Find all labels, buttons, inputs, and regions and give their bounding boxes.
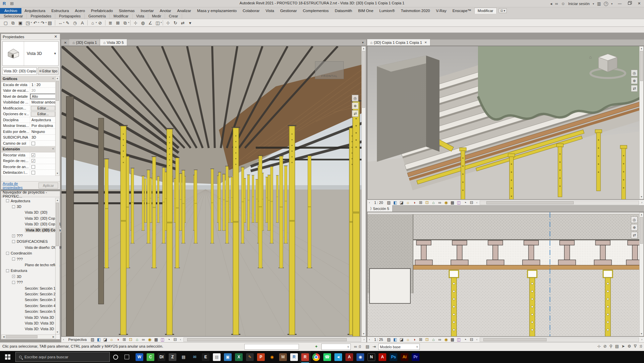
- worksets-icon[interactable]: ▤: [364, 344, 371, 350]
- ribbon-tab-complementos[interactable]: Complementos: [300, 8, 332, 14]
- ribbon-tab-lumion[interactable]: Lumion®: [376, 8, 398, 14]
- view-tab-3d-copia-1[interactable]: ⌂{3D} Copia 1: [69, 39, 100, 46]
- left-viewport-canvas[interactable]: FRONTAL ◎⊕⇄ ▲ ▼: [61, 46, 366, 337]
- lock-3d-view-icon[interactable]: ⌂: [430, 337, 436, 342]
- browser-hscrollbar[interactable]: ◀ ▶: [1, 335, 56, 339]
- taskbar-app-whatsapp[interactable]: ☎: [322, 351, 333, 363]
- highlight-displacement-icon[interactable]: ◔: [462, 337, 468, 342]
- value-escala-de-vista[interactable]: 1 : 20: [30, 82, 56, 88]
- qat-snap-point-icon[interactable]: ⊹: [132, 20, 139, 26]
- cart-icon[interactable]: ▥: [597, 1, 601, 6]
- taskbar-app-chrome[interactable]: [311, 351, 322, 363]
- help-dropdown-icon[interactable]: ▾: [611, 2, 613, 5]
- tree-item-secci-n-secci-n-2[interactable]: Sección: Sección 2: [1, 291, 56, 297]
- ribbon-panel-portapapeles[interactable]: Portapapeles: [55, 14, 85, 19]
- scroll-left-icon[interactable]: ‹: [475, 201, 479, 204]
- filter-icon[interactable]: ∇: [634, 344, 637, 349]
- tree-item-secci-n-secci-n-3[interactable]: Sección: Sección 3: [1, 297, 56, 303]
- taskbar-app-revit-2021[interactable]: R: [300, 351, 311, 363]
- value-mostrar-l-neas[interactable]: Por disciplina: [30, 123, 56, 129]
- zoom-icon[interactable]: ⊕: [631, 224, 638, 231]
- shadows-icon[interactable]: ◑: [115, 337, 121, 342]
- taskbar-app-sketchbook[interactable]: ✎: [244, 351, 255, 363]
- tree-toggle-icon[interactable]: -: [12, 258, 15, 261]
- taskbar-app-photos[interactable]: ▣: [222, 351, 233, 363]
- show-crop-region-icon[interactable]: ⊡: [128, 337, 134, 342]
- view-scale-label[interactable]: 1 : 20: [372, 201, 386, 205]
- ribbon-tab-colaborar[interactable]: Colaborar: [240, 8, 263, 14]
- qat-thin-lines-icon[interactable]: ≣: [107, 20, 114, 26]
- pan-icon[interactable]: ⇄: [631, 85, 638, 92]
- view-tab-secci-n-5[interactable]: ⟩Sección 5: [367, 205, 393, 212]
- view-scale-label[interactable]: Perspectiva: [66, 338, 89, 342]
- search-icon[interactable]: ∞: [555, 1, 558, 6]
- tree-item-arquitectura[interactable]: -Arquitectura: [1, 198, 56, 204]
- taskbar-app-powerpoint[interactable]: P: [255, 351, 266, 363]
- splitter-chevron-icon[interactable]: ›: [367, 201, 372, 204]
- taskbar-app-firefox[interactable]: ◉: [266, 351, 277, 363]
- start-button[interactable]: [0, 351, 15, 363]
- taskbar-app-moth-app[interactable]: M: [277, 351, 289, 363]
- checkbox-recortar-vista[interactable]: ✓: [31, 153, 35, 157]
- zoom-icon[interactable]: ⊕: [352, 102, 358, 109]
- tree-item-vista-3d-3d-copia[interactable]: Vista 3D: {3D} Copia: [1, 227, 56, 233]
- reveal-hidden-elements-icon[interactable]: ◉: [443, 200, 449, 205]
- link-icon[interactable]: ⇥: [371, 344, 378, 350]
- ribbon-panel-crear[interactable]: Crear: [165, 14, 182, 19]
- taskbar-app-acrobat[interactable]: A: [377, 351, 388, 363]
- crop-view-icon[interactable]: ⊞: [417, 200, 424, 205]
- tab-close-icon[interactable]: ✕: [424, 41, 427, 44]
- reveal-constraints-icon[interactable]: ⊟: [468, 200, 475, 205]
- sun-path-icon[interactable]: ☼: [405, 200, 411, 205]
- ribbon-tab-archivo[interactable]: Archivo: [0, 8, 21, 14]
- qat-ref-plane-icon[interactable]: ∠: [147, 20, 154, 26]
- view-scale-icon[interactable]: ▨: [89, 337, 96, 342]
- scroll-right-icon[interactable]: ›: [640, 201, 644, 204]
- taskbar-app-premiere[interactable]: Pr: [410, 351, 421, 363]
- crop-view-icon[interactable]: ⊞: [121, 337, 128, 342]
- checkbox-camino-de-sol[interactable]: [31, 142, 35, 145]
- reveal-constraints-icon[interactable]: ⊟: [172, 337, 178, 342]
- splitter-chevron-icon[interactable]: ›: [367, 338, 372, 341]
- taskbar-app-mail[interactable]: ✉: [189, 351, 200, 363]
- value-subdiciplina[interactable]: 3D: [30, 135, 56, 140]
- workset-combo[interactable]: ∨: [321, 344, 351, 350]
- tree-item-vista-3d-vista-3d-3[interactable]: Vista 3D: Vista 3D 3: [1, 326, 56, 332]
- ribbon-tab-anotar[interactable]: Anotar: [157, 8, 174, 14]
- instance-combo[interactable]: Vista 3D: {3D} Copia∨: [2, 67, 37, 75]
- qat-render-icon[interactable]: ◍: [139, 20, 147, 26]
- view-scale-icon[interactable]: ▨: [386, 337, 392, 342]
- taskbar-app-excel[interactable]: X: [233, 351, 244, 363]
- value-visibilidad-de[interactable]: Mostrar ambos: [30, 99, 56, 105]
- checkbox-recorte-de-an[interactable]: [31, 165, 35, 169]
- tree-item-coordinaci-n[interactable]: -Coordinación: [1, 250, 56, 256]
- qat-close-inactive-windows-icon[interactable]: ⊠: [114, 20, 122, 26]
- qat-aligned-dimension-icon[interactable]: ✎: [64, 20, 71, 26]
- tree-toggle-icon[interactable]: -: [6, 252, 9, 255]
- properties-close-icon[interactable]: ✕: [53, 34, 58, 39]
- tree-item-3d[interactable]: -3D: [1, 204, 56, 209]
- steering-wheel-icon[interactable]: ◎: [631, 216, 638, 223]
- qat-pan-icon[interactable]: ⇄: [179, 20, 186, 26]
- scroll-left-icon[interactable]: ‹: [475, 338, 479, 341]
- reveal-constraints-icon[interactable]: ⊟: [468, 337, 475, 342]
- tree-toggle-icon[interactable]: -: [6, 269, 9, 272]
- value-disciplina[interactable]: Arquitectura: [30, 117, 56, 123]
- settings-gear-icon[interactable]: ⚙: [628, 344, 631, 349]
- restore-button[interactable]: [625, 0, 634, 7]
- splitter-chevron-icon[interactable]: ›: [61, 338, 66, 341]
- sun-path-icon[interactable]: ☼: [108, 337, 115, 342]
- tree-item-estructura[interactable]: -Estructura: [1, 268, 56, 274]
- qat-redo-icon[interactable]: ↷▾: [39, 20, 46, 26]
- ribbon-panel-medir[interactable]: Medir: [148, 14, 165, 19]
- qat-tag-by-category-icon[interactable]: ◷: [71, 20, 79, 26]
- ribbon-tab-acero[interactable]: Acero: [72, 8, 88, 14]
- steering-wheel-icon[interactable]: ◎: [352, 95, 358, 101]
- qat-measure-icon[interactable]: ↔▾: [57, 20, 64, 26]
- button-modificacion[interactable]: Editar...: [31, 106, 55, 111]
- scroll-left-icon[interactable]: ‹: [178, 338, 183, 341]
- detail-level-icon[interactable]: ◧: [96, 337, 102, 342]
- pan-icon[interactable]: ⇄: [352, 110, 358, 117]
- lock-3d-view-icon[interactable]: ⌂: [134, 337, 140, 342]
- ribbon-tab-datasmith[interactable]: Datasmith: [332, 8, 355, 14]
